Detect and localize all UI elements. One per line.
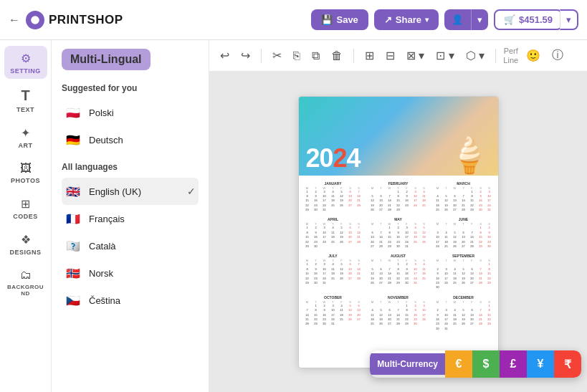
sidebar-item-designs[interactable]: ❖ DESIGNS — [4, 227, 47, 260]
align-button[interactable]: ⊡ ▾ — [432, 46, 457, 65]
cal-month-aug: AUGUST MTWTFSS 1234 567891011 1213141516… — [367, 252, 430, 291]
sidebar-item-art[interactable]: ✦ ART — [4, 120, 47, 153]
currency-eur-button[interactable]: € — [445, 350, 472, 378]
logo-text: PRINTSHOP — [49, 13, 123, 27]
panel-title: Multi-Lingual — [62, 49, 151, 70]
sidebar-label-designs: DESIGNS — [9, 249, 41, 256]
lang-name-polski: Polski — [89, 107, 196, 118]
art-icon: ✦ — [21, 126, 30, 140]
currency-usd-button[interactable]: $ — [472, 350, 500, 378]
logo-svg — [30, 15, 40, 25]
canvas-area: ↩ ↪ ✂ ⎘ ⧉ 🗑 ⊞ ⊟ ⊠ ▾ ⊡ ▾ ⬡ ▾ PerfLine 🙂 ⓘ — [209, 40, 587, 392]
cal-month-dec: DECEMBER MTWTFSS 1 2345678 9101112131415… — [432, 294, 495, 333]
avatar-caret-button[interactable]: ▾ — [471, 9, 488, 30]
avatar-button[interactable]: 👤 — [444, 9, 471, 30]
multi-currency-label: Multi-Currency — [370, 353, 445, 375]
sidebar-label-background: BACKGROU ND — [7, 284, 44, 297]
cart-icon: 🛒 — [504, 14, 515, 25]
all-languages-label: All languages — [62, 162, 199, 172]
catalan-flag: 🏴󠁥󠁳󠁣󠁴󠁿 — [65, 237, 82, 254]
save-icon: 💾 — [321, 14, 333, 25]
lang-item-norsk[interactable]: 🇳🇴 Norsk — [62, 259, 199, 287]
cal-month-oct: OCTOBER MTWTFSS 123456 78910111213 14151… — [302, 294, 365, 333]
currency-inr-button[interactable]: ₹ — [554, 350, 581, 378]
paste-button[interactable]: ⧉ — [308, 47, 323, 65]
cart-group: 🛒 $451.59 ▾ — [494, 9, 578, 30]
background-icon: 🗂 — [20, 269, 32, 282]
currency-jpy-button[interactable]: ¥ — [527, 350, 554, 378]
app: ← PRINTSHOP 💾 Save ↗ Share ▾ 👤 ▾ 🛒 — [0, 0, 587, 392]
layout-button[interactable]: ⊟ — [382, 46, 399, 65]
lang-item-cestina[interactable]: 🇨🇿 Čeština — [62, 287, 199, 314]
check-icon: ✓ — [187, 186, 196, 197]
header: ← PRINTSHOP 💾 Save ↗ Share ▾ 👤 ▾ 🛒 — [0, 0, 587, 40]
info-button[interactable]: ⓘ — [548, 45, 567, 66]
arrange-button[interactable]: ⬡ ▾ — [462, 46, 488, 65]
designs-icon: ❖ — [21, 233, 31, 247]
cal-month-jun: JUNE MTWTFSS 12 3456789 10111213141516 1… — [432, 216, 495, 250]
sidebar-item-photos[interactable]: 🖼 PHOTOS — [4, 156, 47, 188]
sidebar-label-setting: SETTING — [10, 67, 41, 75]
lang-name-cestina: Čeština — [89, 295, 196, 306]
perf-line-label: PerfLine — [503, 47, 518, 64]
calendar-year: 2024 — [306, 145, 361, 171]
lang-name-norsk: Norsk — [89, 268, 196, 279]
cut-button[interactable]: ✂ — [269, 46, 285, 65]
lang-item-catala[interactable]: 🏴󠁥󠁳󠁣󠁴󠁿 Català — [62, 232, 199, 259]
sidebar: ⚙ SETTING T TEXT ✦ ART 🖼 PHOTOS ⊞ CODES … — [0, 40, 52, 392]
cal-month-jul: JULY MTWTFSS 1234567 891011121314 151617… — [302, 252, 365, 291]
columns-button[interactable]: ⊠ ▾ — [403, 46, 428, 65]
lang-item-english[interactable]: 🇬🇧 English (UK) ✓ — [62, 178, 199, 205]
emoji-button[interactable]: 🙂 — [522, 46, 544, 65]
lang-item-francais[interactable]: 🇫🇷 Français — [62, 205, 199, 232]
cart-button[interactable]: 🛒 $451.59 — [494, 9, 563, 30]
svg-point-0 — [31, 16, 39, 24]
icecream-decoration: 🍦 — [448, 135, 491, 176]
copy-button[interactable]: ⎘ — [290, 47, 304, 65]
canvas-content: 2024 🍦 JANUARY MTWTFSS 1234567 891011121… — [209, 72, 587, 392]
delete-button[interactable]: 🗑 — [328, 47, 346, 65]
cal-month-may: MAY MTWTFSS 12345 6789101112 13141516171… — [367, 216, 430, 250]
sidebar-label-art: ART — [19, 142, 33, 149]
lang-name-deutsch: Deutsch — [89, 135, 196, 145]
back-button[interactable]: ← — [9, 14, 20, 27]
currency-gbp-button[interactable]: £ — [500, 350, 527, 378]
perf-line-group: PerfLine — [503, 47, 518, 64]
multi-currency-widget: Multi-Currency € $ £ ¥ ₹ — [370, 350, 581, 378]
cart-caret-button[interactable]: ▾ — [560, 9, 578, 30]
save-button[interactable]: 💾 Save — [311, 9, 368, 30]
uk-flag: 🇬🇧 — [65, 183, 82, 200]
cal-month-mar: MARCH MTWTFSS 123 45678910 1112131415161… — [432, 180, 495, 214]
language-panel: Multi-Lingual Suggested for you 🇵🇱 Polsk… — [52, 40, 209, 392]
sidebar-item-codes[interactable]: ⊞ CODES — [4, 191, 47, 224]
redo-button[interactable]: ↪ — [237, 46, 254, 65]
grid-button[interactable]: ⊞ — [361, 46, 378, 65]
polish-flag: 🇵🇱 — [65, 104, 82, 121]
sidebar-item-text[interactable]: T TEXT — [4, 82, 47, 118]
german-flag: 🇩🇪 — [65, 131, 82, 148]
logo-icon — [26, 11, 44, 29]
share-icon: ↗ — [384, 14, 392, 25]
toolbar-divider-3 — [495, 49, 496, 63]
share-button[interactable]: ↗ Share ▾ — [374, 9, 439, 30]
czech-flag: 🇨🇿 — [65, 292, 82, 309]
calendar-grid: JANUARY MTWTFSS 1234567 891011121314 151… — [299, 176, 498, 338]
sidebar-item-setting[interactable]: ⚙ SETTING — [4, 46, 47, 79]
sidebar-item-background[interactable]: 🗂 BACKGROU ND — [4, 263, 47, 301]
text-icon: T — [21, 87, 29, 104]
undo-button[interactable]: ↩ — [216, 46, 233, 65]
lang-item-polski[interactable]: 🇵🇱 Polski — [62, 99, 199, 126]
logo: PRINTSHOP — [26, 11, 123, 29]
sidebar-label-text: TEXT — [16, 106, 34, 113]
cal-month-feb: FEBRUARY MTWTFSS 1234 567891011 12131415… — [367, 180, 430, 214]
codes-icon: ⊞ — [21, 197, 30, 211]
photos-icon: 🖼 — [20, 162, 32, 175]
lang-item-deutsch[interactable]: 🇩🇪 Deutsch — [62, 126, 199, 153]
cart-price: $451.59 — [519, 14, 553, 25]
cal-month-apr: APRIL MTWTFSS 1234567 891011121314 15161… — [302, 216, 365, 250]
toolbar: ↩ ↪ ✂ ⎘ ⧉ 🗑 ⊞ ⊟ ⊠ ▾ ⊡ ▾ ⬡ ▾ PerfLine 🙂 ⓘ — [209, 40, 587, 72]
toolbar-divider-1 — [261, 49, 262, 63]
suggested-label: Suggested for you — [62, 83, 199, 93]
avatar-group: 👤 ▾ — [444, 9, 488, 30]
lang-name-catala: Català — [89, 241, 196, 252]
